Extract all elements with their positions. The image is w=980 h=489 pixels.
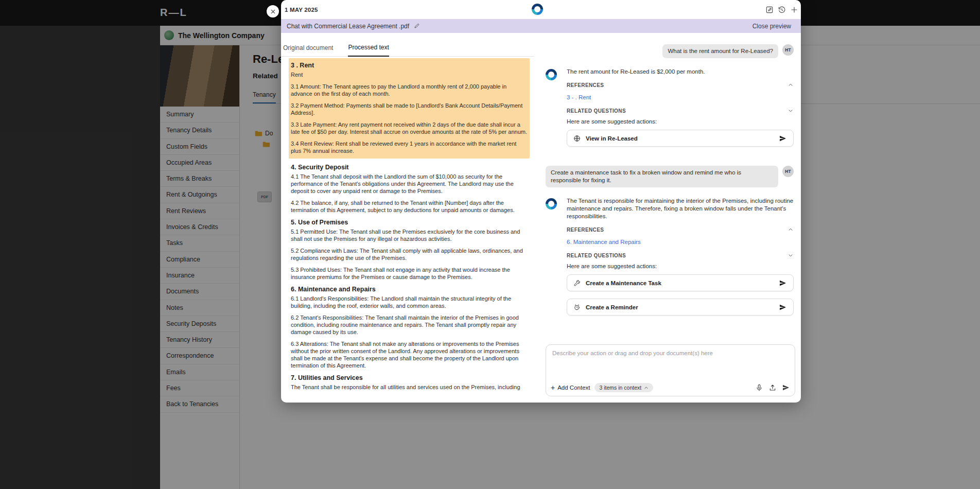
references-toggle[interactable]: REFERENCES [567, 82, 794, 88]
doc-paragraph: 4.1 The Tenant shall deposit with the La… [291, 173, 528, 195]
doc-paragraph: 5.3 Prohibited Uses: The Tenant shall no… [291, 266, 528, 281]
suggested-actions-label: Here are some suggested actions: [567, 118, 794, 125]
document-viewer[interactable]: 3 . Rent Rent 3.1 Amount: The Tenant agr… [281, 57, 534, 398]
assistant-message-row: The Tenant is responsible for maintainin… [546, 197, 794, 323]
doc-heading: 4. Security Deposit [291, 164, 528, 171]
chat-modal: 1 MAY 2025 Chat with Commercial Lease Ag… [281, 0, 801, 403]
globe-icon [573, 135, 581, 142]
tab-original-document[interactable]: Original document [283, 44, 333, 56]
wrench-icon [573, 280, 581, 287]
doc-heading: 5. Use of Premises [291, 219, 528, 226]
doc-heading: 7. Utilities and Services [291, 374, 528, 381]
doc-paragraph: 5.2 Compliance with Laws: The Tenant sha… [291, 247, 528, 261]
tab-processed-text[interactable]: Processed text [348, 44, 389, 57]
user-avatar: HT [782, 44, 794, 56]
ai-message-icon [546, 198, 557, 209]
suggested-actions-label: Here are some suggested actions: [567, 263, 794, 269]
edit-title-icon[interactable] [413, 23, 420, 29]
assistant-message: The rent amount for Re-Leased is $2,000 … [567, 68, 794, 76]
upload-icon[interactable] [768, 383, 777, 392]
action-create-reminder[interactable]: Create a Reminder [567, 299, 794, 316]
modal-title: Chat with Commercial Lease Agreement .pd… [281, 23, 409, 30]
chevron-down-icon [787, 108, 794, 114]
doc-paragraph: Rent [291, 71, 528, 78]
chevron-up-icon [787, 82, 794, 88]
document-pane: Original document Processed text 3 . Ren… [281, 33, 534, 403]
history-icon[interactable] [777, 5, 786, 14]
doc-paragraph: 6.3 Alterations: The Tenant shall not ma… [291, 340, 528, 369]
modal-body: Original document Processed text 3 . Ren… [281, 33, 801, 403]
close-modal-button[interactable] [267, 5, 279, 18]
ai-assistant-logo [532, 4, 543, 15]
mic-icon[interactable] [755, 383, 763, 392]
document-date: 1 MAY 2025 [281, 7, 318, 13]
feedback-icon[interactable] [765, 5, 774, 14]
send-icon[interactable] [781, 383, 790, 392]
alarm-clock-icon [573, 304, 581, 311]
screen: R—L The Wellington Company Summary Tenan… [0, 0, 980, 489]
new-chat-icon[interactable] [790, 5, 798, 14]
send-icon [779, 303, 787, 311]
chat-input[interactable] [546, 345, 795, 375]
doc-paragraph: 6.2 Tenant's Responsibilities: The Tenan… [291, 314, 528, 336]
referenced-highlight-block: 3 . Rent Rent 3.1 Amount: The Tenant agr… [289, 58, 530, 159]
chevron-up-icon [787, 226, 794, 233]
related-questions-toggle[interactable]: RELATED QUESTIONS [567, 252, 794, 258]
action-view-in-releasead[interactable]: View in Re-Leased [567, 130, 794, 147]
doc-paragraph: 4.2 The balance, if any, shall be return… [291, 199, 528, 214]
user-message-row: What is the rent amount for Re-Leased? H… [546, 44, 794, 58]
send-icon [779, 134, 787, 143]
chevron-down-icon [787, 252, 794, 258]
action-create-maintenance-task[interactable]: Create a Maintenance Task [567, 274, 794, 291]
doc-paragraph: 5.1 Permitted Use: The Tenant shall use … [291, 228, 528, 242]
plus-icon: + [551, 385, 555, 391]
modal-topbar: 1 MAY 2025 [281, 0, 801, 19]
add-context-button[interactable]: + Add Context [551, 385, 590, 391]
document-tabs: Original document Processed text [281, 33, 534, 57]
modal-top-actions [765, 0, 798, 19]
references-toggle[interactable]: REFERENCES [567, 226, 794, 233]
doc-paragraph: 3.1 Amount: The Tenant agrees to pay the… [291, 83, 528, 97]
chat-composer: + Add Context 3 items in context [546, 344, 795, 396]
send-icon [779, 279, 787, 287]
chevron-up-icon [644, 386, 649, 390]
doc-paragraph: 3.4 Rent Review: Rent shall be reviewed … [291, 140, 528, 154]
user-avatar: HT [782, 166, 794, 177]
user-message: Create a maintenance task to fix a broke… [546, 166, 778, 187]
doc-paragraph: 6.1 Landlord's Responsibilities: The Lan… [291, 295, 528, 309]
reference-link[interactable]: 3 - . Rent [567, 94, 591, 100]
user-message-row: Create a maintenance task to fix a broke… [546, 166, 794, 187]
doc-paragraph: 3.3 Late Payment: Any rent payment not r… [291, 121, 528, 135]
composer-toolbar: + Add Context 3 items in context [551, 383, 790, 392]
close-preview-link[interactable]: Close preview [752, 23, 791, 30]
preview-header: Chat with Commercial Lease Agreement .pd… [281, 19, 801, 33]
doc-paragraph: 3.2 Payment Method: Payments shall be ma… [291, 102, 528, 116]
related-questions-toggle[interactable]: RELATED QUESTIONS [567, 108, 794, 114]
assistant-message-row: The rent amount for Re-Leased is $2,000 … [546, 68, 794, 154]
context-items-badge[interactable]: 3 items in context [594, 383, 653, 392]
doc-heading: 6. Maintenance and Repairs [291, 286, 528, 293]
close-icon [270, 9, 276, 14]
doc-heading: 3 . Rent [291, 62, 528, 69]
ai-message-icon [546, 69, 557, 80]
assistant-message: The Tenant is responsible for maintainin… [567, 197, 794, 220]
doc-paragraph: The Tenant shall be responsible for all … [291, 383, 528, 391]
chat-pane: What is the rent amount for Re-Leased? H… [534, 33, 801, 403]
user-message: What is the rent amount for Re-Leased? [662, 44, 778, 58]
reference-link[interactable]: 6. Maintenance and Repairs [567, 239, 641, 245]
